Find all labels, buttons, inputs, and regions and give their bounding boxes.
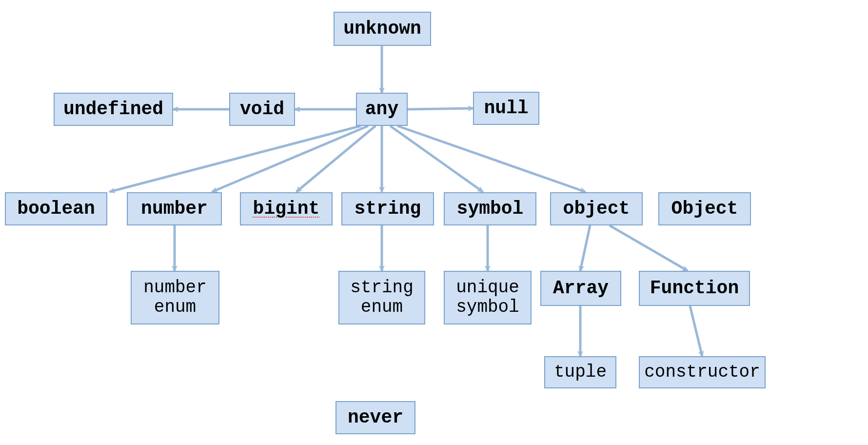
- node-unique-symbol: unique symbol: [444, 271, 532, 324]
- edge-function-constructor: [690, 306, 702, 356]
- node-boolean: boolean: [5, 192, 107, 225]
- node-null: null: [473, 92, 539, 125]
- node-string-enum: string enum: [338, 271, 425, 324]
- edge-object-function: [610, 225, 688, 271]
- edge-any-null: [408, 108, 473, 109]
- node-void: void: [229, 93, 295, 126]
- edge-any-symbol: [390, 126, 483, 192]
- node-undefined: undefined: [54, 93, 173, 126]
- node-string: string: [341, 192, 434, 225]
- edge-any-number: [212, 126, 368, 192]
- edge-any-boolean: [110, 126, 361, 192]
- edge-any-object-lc: [397, 126, 585, 192]
- node-function: Function: [639, 271, 750, 306]
- node-unknown: unknown: [334, 12, 431, 46]
- node-array: Array: [540, 271, 621, 306]
- node-object-lc: object: [550, 192, 643, 225]
- node-bigint: bigint: [240, 192, 333, 225]
- node-constructor: constructor: [639, 356, 766, 388]
- node-bigint-label: bigint: [253, 199, 320, 219]
- node-object-uc: Object: [658, 192, 751, 225]
- edge-any-bigint: [296, 126, 375, 192]
- node-number-enum: number enum: [131, 271, 219, 324]
- node-any: any: [356, 93, 408, 126]
- node-tuple: tuple: [544, 356, 616, 388]
- edge-object-array: [580, 225, 590, 271]
- node-number: number: [127, 192, 222, 225]
- node-symbol: symbol: [444, 192, 536, 225]
- type-hierarchy-diagram: unknown undefined void any null boolean …: [0, 0, 868, 445]
- node-never: never: [335, 401, 415, 434]
